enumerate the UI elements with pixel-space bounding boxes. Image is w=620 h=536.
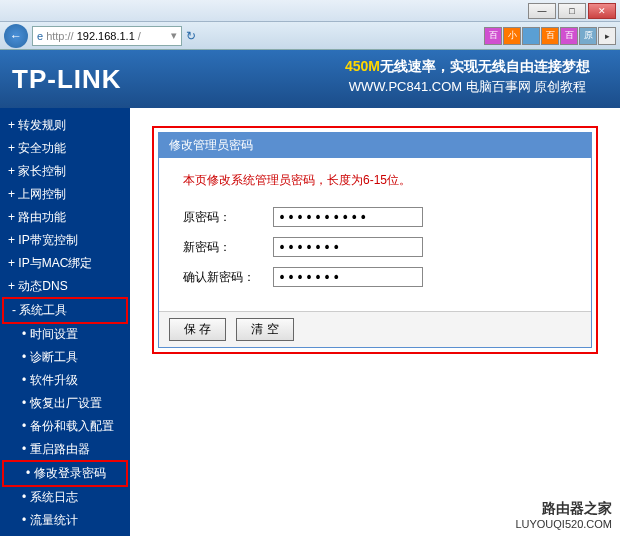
sidebar-item-routing[interactable]: + 路由功能 [0, 206, 130, 229]
sidebar-sub-change-password[interactable]: • 修改登录密码 [2, 460, 128, 487]
sidebar-sub-time[interactable]: • 时间设置 [0, 323, 130, 346]
banner-subtitle: WWW.PC841.COM 电脑百事网 原创教程 [345, 78, 590, 96]
header-banner: TP-LINK 450M无线速率，实现无线自由连接梦想 WWW.PC841.CO… [0, 50, 620, 108]
banner-headline: 450M无线速率，实现无线自由连接梦想 [345, 58, 590, 76]
confirm-password-input[interactable] [273, 267, 423, 287]
sidebar-item-access[interactable]: + 上网控制 [0, 183, 130, 206]
close-button[interactable]: ✕ [588, 3, 616, 19]
confirm-password-label: 确认新密码： [183, 269, 273, 286]
refresh-icon[interactable]: ↻ [186, 29, 196, 43]
sidebar-item-ddns[interactable]: + 动态DNS [0, 275, 130, 298]
url-host: 192.168.1.1 [77, 30, 135, 42]
panel-hint: 本页修改系统管理员密码，长度为6-15位。 [183, 172, 567, 189]
sidebar-item-security[interactable]: + 安全功能 [0, 137, 130, 160]
tab-6[interactable]: 原 [579, 27, 597, 45]
browser-tabs: 百 小 百 百 原 ▸ [484, 27, 616, 45]
url-input[interactable]: e http://192.168.1.1/ ▾ [32, 26, 182, 46]
new-tab-icon[interactable]: ▸ [598, 27, 616, 45]
sidebar: + 转发规则 + 安全功能 + 家长控制 + 上网控制 + 路由功能 + IP带… [0, 108, 130, 536]
sidebar-sub-diag[interactable]: • 诊断工具 [0, 346, 130, 369]
tab-4[interactable]: 百 [541, 27, 559, 45]
watermark-url: LUYOUQI520.COM [515, 518, 612, 530]
clear-button[interactable]: 清 空 [236, 318, 293, 341]
tab-1[interactable]: 百 [484, 27, 502, 45]
maximize-button[interactable]: □ [558, 3, 586, 19]
sidebar-sub-factory[interactable]: • 恢复出厂设置 [0, 392, 130, 415]
window-titlebar: — □ ✕ [0, 0, 620, 22]
watermark-title: 路由器之家 [515, 500, 612, 518]
watermark: 路由器之家 LUYOUQI520.COM [515, 500, 612, 530]
old-password-label: 原密码： [183, 209, 273, 226]
sidebar-item-system-tools[interactable]: - 系统工具 [2, 297, 128, 324]
highlight-box: 修改管理员密码 本页修改系统管理员密码，长度为6-15位。 原密码： 新密码： … [152, 126, 598, 354]
password-panel: 修改管理员密码 本页修改系统管理员密码，长度为6-15位。 原密码： 新密码： … [158, 132, 592, 348]
tab-3[interactable] [522, 27, 540, 45]
sidebar-item-ipmac[interactable]: + IP与MAC绑定 [0, 252, 130, 275]
banner-speed: 450M [345, 58, 380, 74]
dropdown-icon[interactable]: ▾ [171, 29, 177, 42]
sidebar-sub-backup[interactable]: • 备份和载入配置 [0, 415, 130, 438]
sidebar-item-forward[interactable]: + 转发规则 [0, 114, 130, 137]
banner-slogan: 无线速率，实现无线自由连接梦想 [380, 58, 590, 74]
sidebar-item-bandwidth[interactable]: + IP带宽控制 [0, 229, 130, 252]
sidebar-sub-reboot[interactable]: • 重启路由器 [0, 438, 130, 461]
tab-2[interactable]: 小 [503, 27, 521, 45]
minimize-button[interactable]: — [528, 3, 556, 19]
url-prefix: http:// [46, 30, 74, 42]
url-suffix: / [138, 30, 141, 42]
new-password-input[interactable] [273, 237, 423, 257]
tab-5[interactable]: 百 [560, 27, 578, 45]
content-area: 修改管理员密码 本页修改系统管理员密码，长度为6-15位。 原密码： 新密码： … [130, 108, 620, 536]
panel-title: 修改管理员密码 [159, 133, 591, 158]
sidebar-item-parental[interactable]: + 家长控制 [0, 160, 130, 183]
sidebar-sub-syslog[interactable]: • 系统日志 [0, 486, 130, 509]
sidebar-sub-traffic[interactable]: • 流量统计 [0, 509, 130, 532]
logo: TP-LINK [12, 64, 122, 95]
old-password-input[interactable] [273, 207, 423, 227]
address-bar: ← e http://192.168.1.1/ ▾ ↻ 百 小 百 百 原 ▸ [0, 22, 620, 50]
sidebar-sub-upgrade[interactable]: • 软件升级 [0, 369, 130, 392]
back-button[interactable]: ← [4, 24, 28, 48]
new-password-label: 新密码： [183, 239, 273, 256]
ie-icon: e [37, 30, 43, 42]
save-button[interactable]: 保 存 [169, 318, 226, 341]
